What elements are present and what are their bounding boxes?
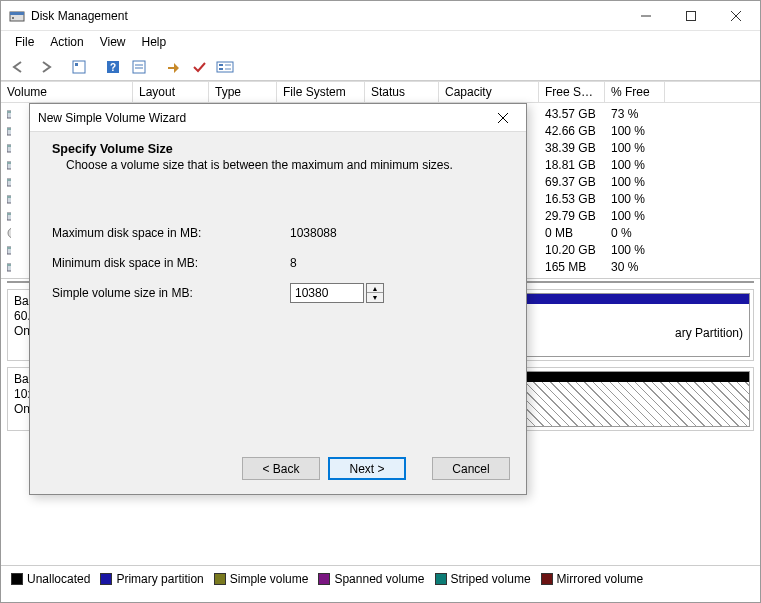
svg-rect-38 bbox=[7, 264, 11, 266]
menu-file[interactable]: File bbox=[7, 33, 42, 51]
svg-point-2 bbox=[12, 17, 14, 19]
minimize-button[interactable] bbox=[623, 2, 668, 30]
wizard-heading: Specify Volume Size bbox=[52, 142, 504, 156]
action-icon[interactable] bbox=[161, 56, 185, 78]
cell-free: 42.66 GB bbox=[539, 124, 605, 138]
cell-pct: 100 % bbox=[605, 209, 665, 223]
cell-free: 16.53 GB bbox=[539, 192, 605, 206]
cancel-button[interactable]: Cancel bbox=[432, 457, 510, 480]
toolbar: ? bbox=[1, 53, 760, 81]
volume-icon bbox=[1, 245, 17, 255]
window-title: Disk Management bbox=[31, 9, 623, 23]
spin-down-icon[interactable]: ▼ bbox=[367, 293, 383, 302]
volume-icon bbox=[1, 211, 17, 221]
svg-rect-20 bbox=[7, 111, 11, 113]
svg-rect-15 bbox=[219, 64, 223, 66]
col-layout[interactable]: Layout bbox=[133, 82, 209, 102]
svg-rect-22 bbox=[7, 128, 11, 130]
cell-pct: 100 % bbox=[605, 192, 665, 206]
cd-icon bbox=[1, 227, 17, 239]
spin-up-icon[interactable]: ▲ bbox=[367, 284, 383, 293]
volume-icon bbox=[1, 194, 17, 204]
col-status[interactable]: Status bbox=[365, 82, 439, 102]
back-button[interactable] bbox=[7, 56, 31, 78]
size-spinner[interactable]: ▲ ▼ bbox=[366, 283, 384, 303]
cell-pct: 100 % bbox=[605, 124, 665, 138]
svg-rect-24 bbox=[7, 145, 11, 147]
svg-rect-4 bbox=[686, 11, 695, 20]
col-pctfree[interactable]: % Free bbox=[605, 82, 665, 102]
col-filesystem[interactable]: File System bbox=[277, 82, 365, 102]
dialog-title: New Simple Volume Wizard bbox=[38, 111, 488, 125]
check-icon[interactable] bbox=[187, 56, 211, 78]
svg-rect-32 bbox=[7, 213, 11, 215]
col-free[interactable]: Free Spa... bbox=[539, 82, 605, 102]
cell-free: 18.81 GB bbox=[539, 158, 605, 172]
cell-pct: 0 % bbox=[605, 226, 665, 240]
app-icon bbox=[9, 8, 25, 24]
svg-rect-1 bbox=[10, 12, 24, 15]
cell-free: 10.20 GB bbox=[539, 243, 605, 257]
volume-icon bbox=[1, 262, 17, 272]
settings-icon[interactable] bbox=[127, 56, 151, 78]
menu-help[interactable]: Help bbox=[134, 33, 175, 51]
next-button[interactable]: Next > bbox=[328, 457, 406, 480]
menu-action[interactable]: Action bbox=[42, 33, 91, 51]
volume-icon bbox=[1, 177, 17, 187]
cell-free: 43.57 GB bbox=[539, 107, 605, 121]
legend-item: Spanned volume bbox=[318, 572, 424, 586]
main-window: Disk Management File Action View Help ? … bbox=[0, 0, 761, 603]
svg-rect-26 bbox=[7, 162, 11, 164]
legend: UnallocatedPrimary partitionSimple volum… bbox=[1, 565, 760, 592]
svg-rect-36 bbox=[7, 247, 11, 249]
cell-free: 165 MB bbox=[539, 260, 605, 274]
legend-item: Mirrored volume bbox=[541, 572, 644, 586]
col-type[interactable]: Type bbox=[209, 82, 277, 102]
table-header: Volume Layout Type File System Status Ca… bbox=[1, 81, 760, 103]
legend-item: Striped volume bbox=[435, 572, 531, 586]
cell-free: 69.37 GB bbox=[539, 175, 605, 189]
max-space-value: 1038088 bbox=[290, 226, 337, 240]
forward-button[interactable] bbox=[33, 56, 57, 78]
col-volume[interactable]: Volume bbox=[1, 82, 133, 102]
svg-rect-11 bbox=[133, 61, 145, 73]
col-capacity[interactable]: Capacity bbox=[439, 82, 539, 102]
close-button[interactable] bbox=[713, 2, 758, 30]
svg-rect-16 bbox=[219, 68, 223, 70]
svg-rect-18 bbox=[225, 68, 231, 70]
svg-rect-14 bbox=[217, 62, 233, 72]
help-icon[interactable]: ? bbox=[101, 56, 125, 78]
menu-view[interactable]: View bbox=[92, 33, 134, 51]
back-button[interactable]: < Back bbox=[242, 457, 320, 480]
legend-item: Unallocated bbox=[11, 572, 90, 586]
max-space-label: Maximum disk space in MB: bbox=[52, 226, 290, 240]
volume-icon bbox=[1, 126, 17, 136]
maximize-button[interactable] bbox=[668, 2, 713, 30]
svg-rect-30 bbox=[7, 196, 11, 198]
properties-icon[interactable] bbox=[67, 56, 91, 78]
volume-icon bbox=[1, 160, 17, 170]
list-icon[interactable] bbox=[213, 56, 237, 78]
legend-item: Simple volume bbox=[214, 572, 309, 586]
svg-point-33 bbox=[8, 228, 11, 238]
legend-item: Primary partition bbox=[100, 572, 203, 586]
volume-icon bbox=[1, 109, 17, 119]
min-space-value: 8 bbox=[290, 256, 297, 270]
wizard-subheading: Choose a volume size that is between the… bbox=[52, 158, 504, 172]
volume-icon bbox=[1, 143, 17, 153]
cell-pct: 100 % bbox=[605, 158, 665, 172]
cell-pct: 100 % bbox=[605, 141, 665, 155]
cell-free: 0 MB bbox=[539, 226, 605, 240]
cell-pct: 30 % bbox=[605, 260, 665, 274]
cell-pct: 100 % bbox=[605, 243, 665, 257]
svg-rect-17 bbox=[225, 64, 231, 66]
cell-pct: 73 % bbox=[605, 107, 665, 121]
svg-text:?: ? bbox=[110, 62, 116, 73]
volume-size-input[interactable] bbox=[290, 283, 364, 303]
cell-pct: 100 % bbox=[605, 175, 665, 189]
min-space-label: Minimum disk space in MB: bbox=[52, 256, 290, 270]
new-simple-volume-wizard: New Simple Volume Wizard Specify Volume … bbox=[29, 103, 527, 495]
dialog-close-button[interactable] bbox=[488, 107, 518, 129]
svg-rect-7 bbox=[73, 61, 85, 73]
svg-rect-28 bbox=[7, 179, 11, 181]
